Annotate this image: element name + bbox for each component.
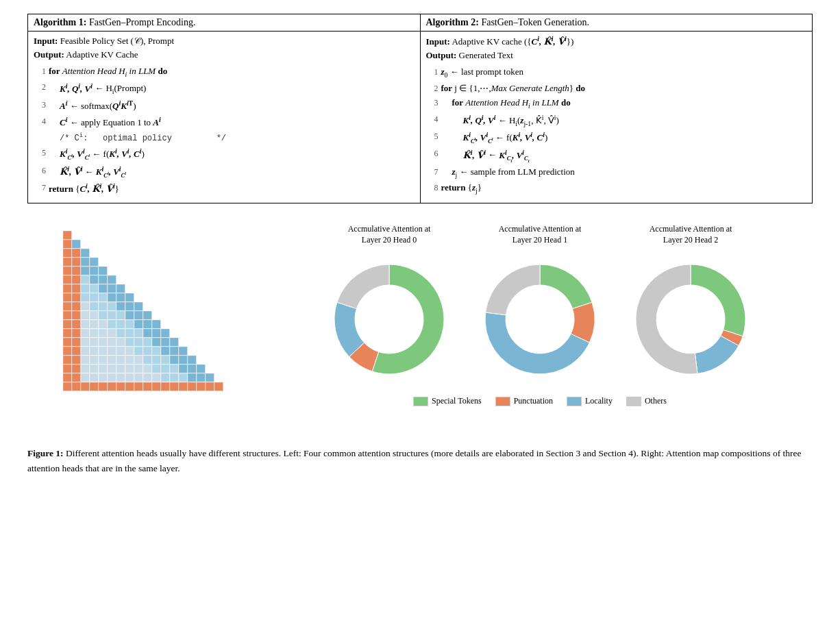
svg-rect-187 xyxy=(206,382,214,391)
step-content: Ci ← apply Equation 1 to Ai xyxy=(49,114,415,130)
svg-rect-136 xyxy=(63,373,72,382)
algorithm-2-box: Algorithm 2: FastGen–Token Generation. I… xyxy=(421,14,813,203)
step-content: return {Ci, K̂i, V̂i} xyxy=(49,181,415,197)
svg-rect-25 xyxy=(99,284,108,293)
donut3-title: Accmulative Attention atLayer 20 Head 2 xyxy=(650,224,732,245)
svg-rect-95 xyxy=(99,347,108,356)
svg-rect-34 xyxy=(116,293,125,302)
svg-rect-104 xyxy=(179,347,188,356)
svg-rect-105 xyxy=(63,356,72,364)
algo-step: 5KiCi, ViCi ← f(Ki, Vi, Ci) xyxy=(34,146,415,162)
svg-rect-78 xyxy=(63,338,72,347)
svg-rect-142 xyxy=(116,373,125,382)
svg-rect-137 xyxy=(72,373,81,382)
svg-rect-116 xyxy=(161,356,170,364)
step-content: /* Ci: optimal policy */ xyxy=(49,131,415,145)
svg-rect-147 xyxy=(161,373,170,382)
svg-rect-33 xyxy=(108,293,116,302)
legend-item: Punctuation xyxy=(495,396,553,406)
svg-rect-94 xyxy=(90,347,99,356)
step-number: 4 xyxy=(34,114,46,128)
step-number: 4 xyxy=(426,112,438,126)
svg-rect-125 xyxy=(108,364,116,373)
svg-rect-51 xyxy=(116,311,125,320)
svg-rect-17 xyxy=(81,275,90,284)
step-content: return {zj} xyxy=(441,181,807,196)
svg-rect-6 xyxy=(63,258,72,267)
svg-rect-143 xyxy=(125,373,134,382)
algo1-title-bold: Algorithm 1: xyxy=(34,17,86,27)
svg-rect-173 xyxy=(81,382,90,391)
svg-rect-77 xyxy=(161,329,170,338)
figure-caption: Figure 1: Different attention heads usua… xyxy=(27,446,813,475)
algo-step: 6K̂i, V̂i ← KiCi, ViCi xyxy=(34,164,415,180)
svg-rect-45 xyxy=(63,311,72,320)
svg-rect-97 xyxy=(116,347,125,356)
algo1-title-text: FastGen–Prompt Encoding. xyxy=(86,17,195,27)
algo2-output: Output: Generated Text xyxy=(426,49,807,62)
svg-rect-121 xyxy=(72,364,81,373)
svg-rect-120 xyxy=(63,364,72,373)
svg-rect-26 xyxy=(108,284,116,293)
svg-rect-67 xyxy=(72,329,81,338)
step-number: 3 xyxy=(426,96,438,110)
donut-chart-1: Accmulative Attention atLayer 20 Head 0 xyxy=(321,224,458,388)
svg-rect-179 xyxy=(134,382,143,391)
step-content: Ai ← softmax(QiKiT) xyxy=(49,98,415,114)
svg-rect-139 xyxy=(90,373,99,382)
svg-rect-81 xyxy=(90,338,99,347)
svg-rect-3 xyxy=(63,249,72,258)
svg-rect-186 xyxy=(197,382,206,391)
svg-rect-98 xyxy=(125,347,134,356)
svg-rect-54 xyxy=(143,311,152,320)
legend-swatch xyxy=(495,397,510,406)
svg-rect-63 xyxy=(134,320,143,329)
svg-rect-96 xyxy=(108,347,116,356)
step-number xyxy=(34,131,46,132)
svg-rect-2 xyxy=(72,240,81,249)
svg-rect-58 xyxy=(90,320,99,329)
step-content: for Attention Head Hi in LLM do xyxy=(441,96,807,111)
svg-rect-114 xyxy=(143,356,152,364)
svg-rect-100 xyxy=(143,347,152,356)
svg-rect-146 xyxy=(152,373,161,382)
algorithm-1-box: Algorithm 1: FastGen–Prompt Encoding. In… xyxy=(28,14,421,203)
svg-rect-5 xyxy=(81,249,90,258)
algo1-input: Input: Feasible Policy Set (𝒞), Prompt xyxy=(34,34,415,48)
donut1-svg xyxy=(321,251,458,388)
svg-rect-126 xyxy=(116,364,125,373)
caption-text: Different attention heads usually have d… xyxy=(27,448,802,473)
svg-rect-128 xyxy=(134,364,143,373)
svg-rect-70 xyxy=(99,329,108,338)
svg-rect-107 xyxy=(81,356,90,364)
svg-rect-176 xyxy=(108,382,116,391)
svg-rect-73 xyxy=(125,329,134,338)
algo2-title-bold: Algorithm 2: xyxy=(426,17,479,27)
donut-chart-2: Accmulative Attention atLayer 20 Head 1 xyxy=(471,224,608,388)
svg-rect-57 xyxy=(81,320,90,329)
svg-rect-141 xyxy=(108,373,116,382)
svg-rect-188 xyxy=(214,382,223,391)
svg-rect-65 xyxy=(152,320,161,329)
svg-rect-138 xyxy=(81,373,90,382)
svg-rect-150 xyxy=(188,373,197,382)
svg-rect-64 xyxy=(143,320,152,329)
donut2-title: Accmulative Attention atLayer 20 Head 1 xyxy=(499,224,582,245)
svg-rect-66 xyxy=(63,329,72,338)
svg-rect-49 xyxy=(99,311,108,320)
figure-container: QThereare2llamasand3vicunasHowmanyanimal… xyxy=(27,224,813,432)
step-content: K̂i, V̂i ← KiCi, ViCi xyxy=(441,147,807,164)
step-number: 8 xyxy=(426,181,438,195)
step-content: KiCi, ViCi ← f(Ki, Vi, Ci) xyxy=(441,129,807,146)
svg-rect-103 xyxy=(170,347,179,356)
algo2-output-label: Output: xyxy=(426,50,457,60)
svg-rect-127 xyxy=(125,364,134,373)
svg-rect-87 xyxy=(143,338,152,347)
svg-rect-15 xyxy=(63,275,72,284)
svg-rect-184 xyxy=(179,382,188,391)
svg-rect-62 xyxy=(125,320,134,329)
svg-rect-7 xyxy=(72,258,81,267)
svg-rect-106 xyxy=(72,356,81,364)
legend-label: Special Tokens xyxy=(432,396,482,406)
legend-label: Locality xyxy=(585,396,613,406)
